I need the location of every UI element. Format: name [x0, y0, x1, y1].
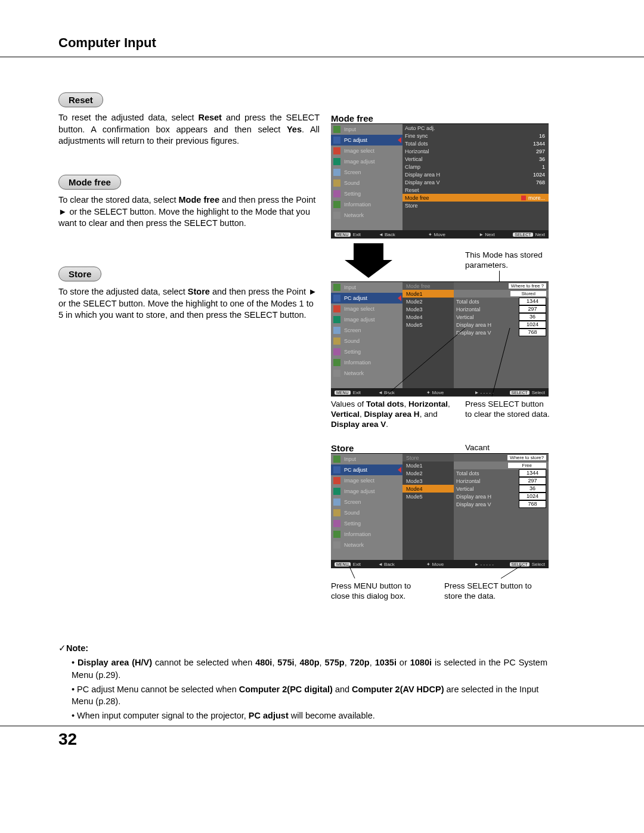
f: Next [485, 232, 494, 237]
f: Exit [353, 562, 361, 567]
arrow-icon [521, 196, 526, 200]
l: Screen [344, 327, 361, 333]
l: Information [344, 202, 371, 208]
f: Select [532, 390, 545, 395]
v: 1 [521, 164, 549, 170]
l: Network [344, 370, 364, 376]
menu-setting[interactable]: Setting [331, 518, 402, 529]
v: 36 [519, 485, 546, 493]
l: Vertical [454, 314, 519, 320]
modefree-osd-title: Mode free [331, 113, 373, 123]
pc-icon [333, 137, 340, 144]
modefree-text: To clear the stored data, select Mode fr… [58, 194, 320, 230]
l: PC adjust [344, 137, 367, 143]
osd1-modefree-row[interactable]: Mode freemore... [402, 194, 549, 202]
osd1-footer: MENUExit ◄ Back ✦ Move ► Next SELECTNext [331, 230, 549, 239]
l: Total dots [454, 299, 519, 305]
page-title: Computer Input [58, 35, 156, 51]
menu-image-adjust[interactable]: Image adjust [331, 314, 402, 325]
i [333, 295, 340, 302]
l: Information [344, 531, 371, 537]
v: 297 [519, 305, 546, 313]
i [333, 520, 340, 527]
mode1-row[interactable]: Mode1 [402, 290, 454, 298]
menu-sound[interactable]: Sound [331, 336, 402, 346]
menu-network[interactable]: Network [331, 210, 402, 221]
l: Total dots [454, 470, 519, 476]
menu-information[interactable]: Information [331, 357, 402, 368]
menu-input[interactable]: Input [331, 124, 402, 135]
f: - - - - - [481, 562, 494, 567]
osd2-modes: Mode free Mode1 Mode2 Mode3 Mode4 Mode5 [402, 282, 454, 397]
t: , [295, 658, 300, 667]
menu-input[interactable]: Input [331, 282, 402, 293]
menu-image-select[interactable]: Image select [331, 475, 402, 486]
mode2-row[interactable]: Mode2 [402, 469, 454, 477]
info-icon [333, 201, 340, 208]
t: Computer 2(AV HDCP) [352, 685, 444, 694]
menu-screen[interactable]: Screen [331, 325, 402, 336]
t: will become available. [289, 711, 375, 720]
l: Image select [344, 148, 374, 154]
t: 575i [277, 658, 294, 667]
menu-key: MENU [335, 233, 351, 237]
menu-pc-adjust[interactable]: PC adjust [331, 293, 402, 304]
menu-image-select[interactable]: Image select [331, 304, 402, 314]
mode2-row[interactable]: Mode2 [402, 298, 454, 305]
l: Vertical [402, 156, 521, 162]
t: , [272, 658, 277, 667]
l: Vertical [454, 486, 519, 492]
mode3-row[interactable]: Mode3 [402, 305, 454, 313]
l: Store [402, 203, 549, 209]
note-2: • PC adjust Menu cannot be selected when… [72, 683, 547, 708]
mode1-row[interactable]: Mode1 [402, 462, 454, 469]
menu-sound[interactable]: Sound [331, 507, 402, 518]
t: , [448, 400, 450, 408]
menu-setting[interactable]: Setting [331, 188, 402, 199]
callout-line [499, 271, 500, 281]
osd2-footer: MENUExit ◄ Back ✦ Move ► - - - - - SELEC… [331, 388, 549, 397]
t: To store the adjusted data, select [58, 287, 188, 296]
mode5-row[interactable]: Mode5 [402, 493, 454, 500]
menu-key: MENU [335, 562, 351, 566]
l: Image adjust [344, 159, 375, 165]
menu-image-adjust[interactable]: Image adjust [331, 156, 402, 167]
l: Auto PC adj. [402, 125, 521, 131]
t: Vertical [331, 410, 360, 419]
v: 16 [521, 133, 549, 139]
menu-screen[interactable]: Screen [331, 167, 402, 178]
menu-setting[interactable]: Setting [331, 346, 402, 357]
select-key: SELECT [510, 391, 530, 395]
menu-information[interactable]: Information [331, 529, 402, 540]
t: Computer 2(PC digital) [239, 685, 333, 694]
menu-pc-adjust[interactable]: PC adjust [331, 135, 402, 145]
menu-input[interactable]: Input [331, 454, 402, 465]
menu-image-select[interactable]: Image select [331, 145, 402, 156]
t: 1080i [410, 658, 432, 667]
l: Fine sync [402, 133, 521, 139]
v: 297 [519, 477, 546, 485]
menu-information[interactable]: Information [331, 199, 402, 210]
t: or [397, 658, 410, 667]
osd1-params: Auto PC adj. Fine sync16 Total dots1344 … [402, 124, 549, 230]
menu-sound[interactable]: Sound [331, 178, 402, 188]
menu-pc-adjust[interactable]: PC adjust [331, 465, 402, 475]
store-text: To store the adjusted data, select Store… [58, 286, 320, 321]
menu-screen[interactable]: Screen [331, 497, 402, 507]
menu-network[interactable]: Network [331, 368, 402, 379]
menu-image-adjust[interactable]: Image adjust [331, 486, 402, 497]
mode5-row[interactable]: Mode5 [402, 321, 454, 329]
sub: Free [508, 463, 546, 468]
t: Reset [198, 113, 222, 122]
mode3-row[interactable]: Mode3 [402, 477, 454, 485]
t: Display area V [331, 420, 386, 429]
mode4-row[interactable]: Mode4 [402, 313, 454, 321]
t: Values of [331, 400, 366, 408]
t: 720p [350, 658, 370, 667]
menu-network[interactable]: Network [331, 540, 402, 550]
l: Image select [344, 478, 374, 484]
v: 1344 [519, 298, 546, 305]
store-heading: Store [58, 267, 101, 281]
mode4-row[interactable]: Mode4 [402, 485, 454, 493]
page-number: 32 [58, 730, 77, 749]
